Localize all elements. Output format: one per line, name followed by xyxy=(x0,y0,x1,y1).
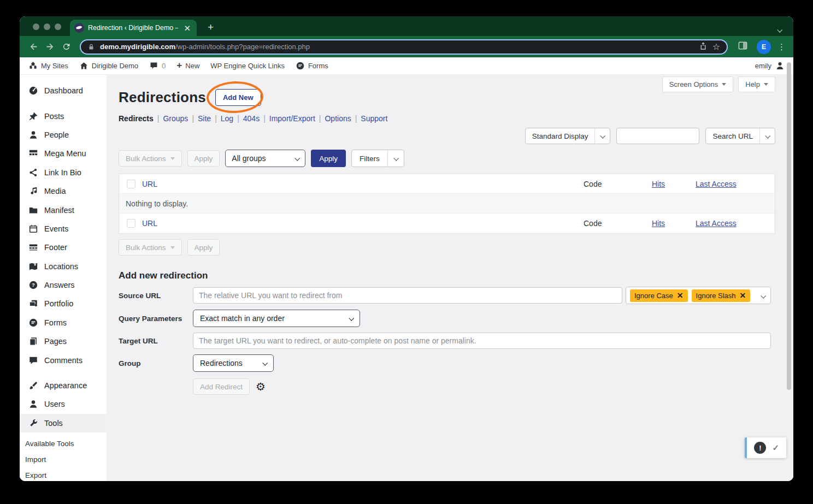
query-parameters-select[interactable]: Exact match in any order xyxy=(193,310,360,327)
add-redirect-button-disabled[interactable]: Add Redirect xyxy=(193,378,250,395)
page-scrollbar[interactable] xyxy=(787,62,791,390)
subnav-tab-log[interactable]: Log xyxy=(221,114,233,123)
side-panel-icon[interactable] xyxy=(738,40,748,53)
subnav-tab-import-export[interactable]: Import/Export xyxy=(269,114,315,123)
check-icon: ✓ xyxy=(772,443,779,453)
bulk-actions-select[interactable]: Bulk Actions xyxy=(119,150,182,167)
url-options-box[interactable]: Ignore Case✕ Ignore Slash✕ xyxy=(626,287,771,304)
caret-down-icon xyxy=(722,83,726,86)
column-hits[interactable]: Hits xyxy=(652,219,696,228)
grid-icon xyxy=(28,149,38,158)
apply-filter-button[interactable]: Apply xyxy=(311,150,346,167)
sidebar-item-tools[interactable]: Tools xyxy=(20,414,107,432)
address-bar[interactable]: demo.mydirigible.com/wp-admin/tools.php?… xyxy=(80,39,728,55)
select-all-checkbox[interactable] xyxy=(127,180,136,188)
caret-down-icon xyxy=(170,157,175,160)
apply-button-bottom-disabled[interactable]: Apply xyxy=(187,239,220,256)
subnav-tab-groups[interactable]: Groups xyxy=(163,114,188,123)
help-button[interactable]: Help xyxy=(738,76,775,92)
sidebar-item-dashboard[interactable]: Dashboard xyxy=(20,81,107,100)
search-input[interactable] xyxy=(616,128,699,144)
chevron-down-icon xyxy=(759,128,775,144)
column-last-access[interactable]: Last Access xyxy=(696,219,775,228)
sidebar-item-posts[interactable]: Posts xyxy=(20,106,107,125)
bookmark-star-icon[interactable]: ☆ xyxy=(712,43,720,51)
remove-flag-icon[interactable]: ✕ xyxy=(740,292,746,299)
search-url-button[interactable]: Search URL xyxy=(705,128,775,144)
admin-bar-comments[interactable]: 0 xyxy=(149,61,166,70)
share-icon[interactable] xyxy=(699,41,708,52)
sidebar-item-link-in-bio[interactable]: Link In Bio xyxy=(20,163,107,182)
admin-bar-forms[interactable]: Forms xyxy=(296,61,328,70)
separator: | xyxy=(237,114,239,123)
sidebar-item-mega-menu[interactable]: Mega Menu xyxy=(20,144,107,163)
advanced-settings-gear-icon[interactable]: ⚙ xyxy=(256,381,266,392)
screen-options-button[interactable]: Screen Options xyxy=(662,76,734,92)
column-url[interactable]: URL xyxy=(142,180,584,188)
sidebar-item-people[interactable]: People xyxy=(20,126,107,144)
display-options-select[interactable]: Standard Display xyxy=(525,128,611,144)
browser-menu-icon[interactable]: ⋮ xyxy=(777,42,786,52)
notice-widget[interactable]: ! ✓ xyxy=(745,437,786,458)
window-controls[interactable] xyxy=(33,23,61,30)
group-select[interactable]: Redirections xyxy=(193,354,274,372)
sidebar-item-portfolio[interactable]: Portfolio xyxy=(20,294,107,313)
sidebar-subitem-export[interactable]: Export xyxy=(20,467,107,481)
sidebar-item-appearance[interactable]: Appearance xyxy=(20,376,107,395)
admin-bar-my-sites[interactable]: My Sites xyxy=(28,61,68,70)
sidebar-item-manifest[interactable]: Manifest xyxy=(20,200,107,219)
flag-ignore-case[interactable]: Ignore Case✕ xyxy=(630,289,688,302)
groups-filter-select[interactable]: All groups xyxy=(225,150,305,167)
subnav-tab-site[interactable]: Site xyxy=(198,114,211,123)
bulk-actions-select-bottom[interactable]: Bulk Actions xyxy=(119,239,182,256)
sidebar-item-pages[interactable]: Pages xyxy=(20,332,107,351)
sidebar-item-users[interactable]: Users xyxy=(20,395,107,413)
lock-icon xyxy=(87,43,95,51)
subnav-tab-support[interactable]: Support xyxy=(361,114,387,123)
subnav-tab-404s[interactable]: 404s xyxy=(243,114,260,123)
sidebar-item-forms[interactable]: Forms xyxy=(20,313,107,332)
column-last-access[interactable]: Last Access xyxy=(696,180,775,188)
subnav-tab-options[interactable]: Options xyxy=(325,114,351,123)
chevron-down-icon[interactable] xyxy=(758,290,768,300)
add-new-button[interactable]: Add New xyxy=(215,89,261,106)
close-window-button[interactable] xyxy=(33,23,39,30)
remove-flag-icon[interactable]: ✕ xyxy=(677,292,684,299)
tab-search-chevron-icon[interactable] xyxy=(777,25,781,34)
admin-bar-new[interactable]: + New xyxy=(176,62,199,70)
browser-profile-avatar[interactable]: E xyxy=(757,40,771,54)
tab-title: Redirection ‹ Dirigible Demo — xyxy=(88,24,178,32)
admin-bar-wpe-quick-links[interactable]: WP Engine Quick Links xyxy=(210,62,285,70)
pages-icon xyxy=(28,336,38,346)
maximize-window-button[interactable] xyxy=(55,23,61,30)
subnav-tab-redirects[interactable]: Redirects xyxy=(119,114,154,123)
sidebar-item-media[interactable]: Media xyxy=(20,182,107,200)
sidebar-item-answers[interactable]: ? Answers xyxy=(20,276,107,294)
flag-ignore-slash[interactable]: Ignore Slash✕ xyxy=(692,289,751,302)
new-tab-button[interactable]: + xyxy=(204,21,217,33)
sidebar-subitem-available-tools[interactable]: Available Tools xyxy=(20,436,107,452)
back-button[interactable] xyxy=(26,40,40,54)
sidebar-item-comments[interactable]: Comments xyxy=(20,351,107,369)
apply-button-disabled[interactable]: Apply xyxy=(187,150,220,167)
column-url[interactable]: URL xyxy=(142,219,584,228)
admin-bar-user[interactable]: emily xyxy=(755,61,785,70)
forward-button[interactable] xyxy=(43,40,57,54)
add-redirection-heading: Add new redirection xyxy=(119,270,775,281)
target-url-input[interactable] xyxy=(193,333,771,349)
tab-close-icon[interactable]: ✕ xyxy=(182,23,192,33)
sidebar-item-locations[interactable]: Locations xyxy=(20,257,107,276)
sidebar-subitem-import[interactable]: Import xyxy=(20,452,107,467)
map-icon xyxy=(28,262,38,271)
reload-button[interactable] xyxy=(59,40,73,54)
url-text[interactable]: demo.mydirigible.com/wp-admin/tools.php?… xyxy=(100,43,694,51)
admin-bar-site-name[interactable]: Dirigible Demo xyxy=(79,61,138,70)
sidebar-item-events[interactable]: Events xyxy=(20,220,107,238)
sidebar-item-footer[interactable]: Footer xyxy=(20,238,107,257)
minimize-window-button[interactable] xyxy=(44,23,50,30)
filters-button[interactable]: Filters xyxy=(351,150,404,167)
column-hits[interactable]: Hits xyxy=(652,180,696,188)
select-all-checkbox[interactable] xyxy=(127,219,136,228)
browser-tab[interactable]: Redirection ‹ Dirigible Demo — ✕ xyxy=(70,20,197,36)
source-url-input[interactable] xyxy=(193,287,622,304)
